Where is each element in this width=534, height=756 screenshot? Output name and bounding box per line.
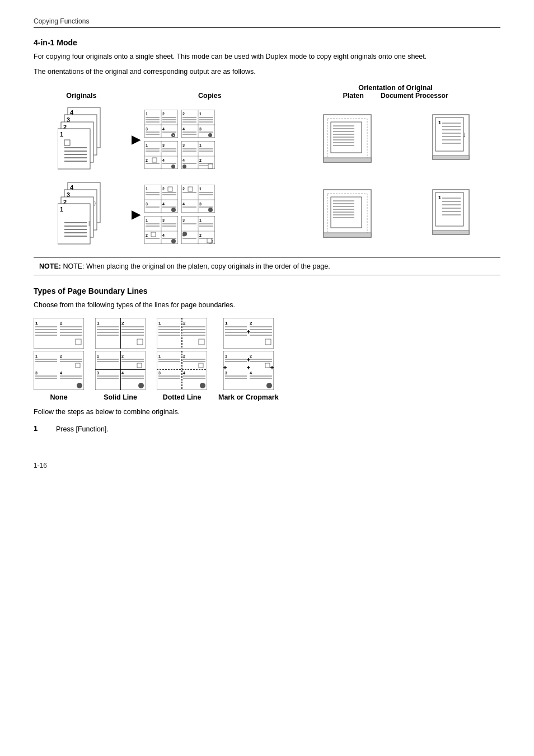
- boundary-dotted-bottom: 1 2 3 4: [157, 351, 207, 390]
- svg-text:1: 1: [158, 354, 161, 358]
- originals-row1: 4 3: [34, 102, 129, 177]
- docprocessor-row2: 1: [404, 177, 500, 252]
- svg-text:4: 4: [182, 202, 185, 206]
- svg-text:3: 3: [199, 127, 202, 131]
- svg-rect-232: [34, 351, 84, 390]
- originals-row2: 4 3 ) 2: [34, 177, 129, 252]
- svg-rect-91: [208, 164, 213, 168]
- label-solid: Solid Line: [104, 393, 137, 401]
- platen-svg-2: [321, 187, 374, 240]
- section-para1: For copying four originals onto a single…: [34, 51, 500, 62]
- copy-2c: 1 3 2: [144, 216, 178, 244]
- boundary-none: 1 2 1: [34, 318, 84, 401]
- svg-text:↓: ↓: [462, 130, 466, 139]
- copy-2b: 2 1 4: [181, 185, 215, 213]
- svg-text:3: 3: [146, 202, 148, 206]
- svg-text:2: 2: [121, 354, 124, 358]
- arrow-2: ▶: [132, 208, 140, 221]
- svg-text:3: 3: [162, 218, 165, 222]
- svg-text:2: 2: [60, 354, 62, 358]
- svg-text:4: 4: [121, 371, 124, 375]
- svg-text:3: 3: [225, 371, 227, 375]
- svg-text:●: ●: [172, 133, 174, 137]
- boundary-solid: 1 2 1: [95, 318, 146, 401]
- platen-svg-1: [321, 112, 374, 165]
- svg-text:2: 2: [121, 321, 124, 326]
- svg-point-168: [208, 208, 213, 212]
- svg-text:4: 4: [162, 158, 165, 162]
- svg-rect-146: [168, 187, 172, 191]
- svg-rect-321: [223, 351, 274, 390]
- boundary-intro: Choose from the following types of the l…: [34, 300, 500, 311]
- boundary-none-top: 1 2: [34, 318, 84, 349]
- docproc-svg-2: 1: [430, 187, 475, 240]
- copy-2d: 3 1 4: [181, 216, 215, 244]
- svg-text:1: 1: [199, 143, 202, 147]
- page-footer: 1-16: [34, 462, 500, 469]
- breadcrumb: Copying Functions: [34, 17, 500, 28]
- svg-rect-115: [433, 156, 469, 159]
- svg-text:1: 1: [438, 120, 441, 125]
- svg-text:2: 2: [146, 158, 148, 162]
- svg-text:3: 3: [97, 371, 99, 375]
- svg-rect-60: [208, 133, 212, 137]
- svg-text:): ): [94, 200, 96, 206]
- svg-text:2: 2: [162, 187, 165, 191]
- svg-rect-289: [199, 339, 204, 345]
- boundary-none-bottom: 1 2 3 4: [34, 351, 84, 390]
- breadcrumb-text: Copying Functions: [34, 17, 89, 25]
- svg-rect-71: [152, 158, 157, 162]
- svg-text:1: 1: [146, 187, 148, 191]
- label-none: None: [50, 393, 67, 401]
- svg-text:1: 1: [97, 321, 100, 326]
- svg-rect-298: [199, 363, 203, 368]
- copy-1c: 1 3 2: [144, 141, 178, 169]
- svg-rect-89: [182, 165, 186, 168]
- svg-rect-103: [324, 158, 371, 162]
- boundary-solid-top: 1 2: [95, 318, 146, 349]
- svg-text:4: 4: [182, 158, 185, 162]
- svg-rect-259: [137, 339, 143, 345]
- step-1-text: Press [Function].: [56, 424, 109, 435]
- svg-text:3: 3: [199, 202, 202, 206]
- arrow-1: ▶: [132, 133, 140, 146]
- svg-rect-219: [433, 231, 469, 234]
- svg-text:4: 4: [60, 371, 62, 375]
- section-para2: The orientations of the original and cor…: [34, 67, 500, 77]
- boundary-examples-row: 1 2 1: [34, 318, 500, 401]
- svg-text:2: 2: [146, 233, 148, 237]
- svg-text:3: 3: [158, 371, 161, 375]
- boundary-mark-top: 1 2: [223, 318, 274, 349]
- svg-point-183: [171, 239, 176, 243]
- col-orientation: Orientation of Original Platen Document …: [291, 82, 500, 102]
- note-text: NOTE: When placing the original on the p…: [63, 262, 330, 270]
- svg-text:1: 1: [60, 131, 63, 138]
- svg-text:1: 1: [438, 195, 441, 200]
- copy-1d: 3 1 4: [181, 141, 215, 169]
- svg-rect-75: [171, 165, 175, 168]
- label-dotted: Dotted Line: [163, 393, 202, 401]
- svg-text:2: 2: [183, 321, 186, 326]
- copy-2a: 1 2 3: [144, 185, 178, 213]
- svg-text:3: 3: [182, 143, 185, 147]
- boundary-mark-bottom: 1 2 3: [223, 351, 274, 390]
- boundary-dotted-top: 1 2: [157, 318, 207, 349]
- svg-point-246: [77, 383, 82, 388]
- svg-text:2: 2: [182, 112, 185, 116]
- svg-point-306: [200, 383, 205, 388]
- page-container: Copying Functions 4-in-1 Mode For copyin…: [0, 0, 534, 492]
- svg-rect-198: [207, 238, 212, 243]
- svg-text:1: 1: [146, 112, 148, 116]
- svg-text:1: 1: [146, 143, 148, 147]
- svg-rect-239: [76, 363, 80, 368]
- svg-rect-231: [76, 339, 81, 345]
- svg-point-154: [171, 208, 176, 212]
- svg-rect-330: [265, 363, 270, 368]
- svg-text:|: |: [88, 220, 90, 226]
- svg-rect-320: [265, 339, 271, 345]
- svg-text:4: 4: [183, 371, 185, 375]
- svg-text:3: 3: [146, 127, 148, 131]
- platen-row1: [291, 102, 404, 177]
- svg-text:2: 2: [60, 321, 63, 326]
- svg-text:4: 4: [182, 127, 185, 131]
